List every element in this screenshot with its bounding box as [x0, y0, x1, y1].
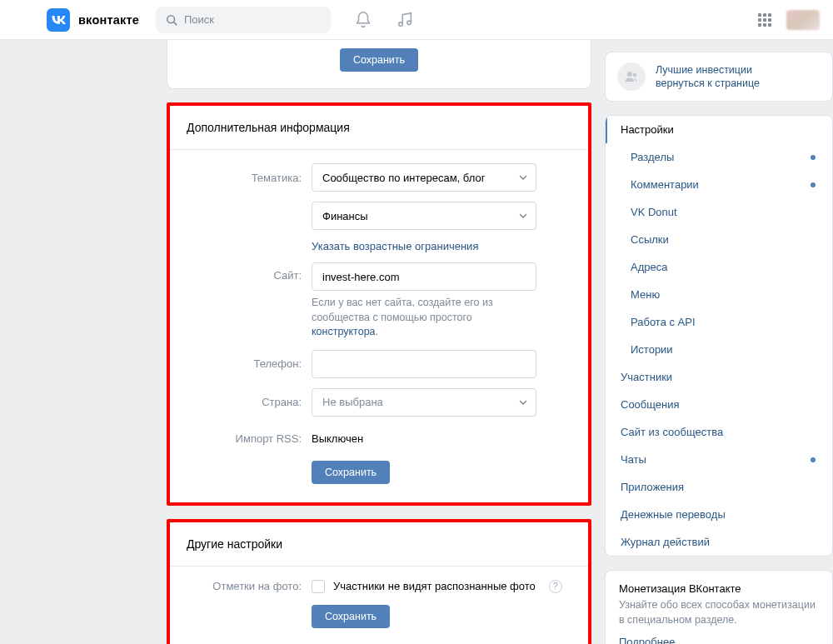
nav-item-label: Приложения [621, 481, 684, 493]
age-restriction-link[interactable]: Указать возрастные ограничения [312, 240, 478, 252]
topic-select-value: Сообщество по интересам, блог [322, 172, 485, 184]
user-avatar[interactable] [786, 10, 820, 30]
label-topic: Тематика: [187, 172, 312, 184]
app-header: вконтакте [0, 0, 833, 40]
nav-item-7[interactable]: Работа с API [606, 308, 832, 336]
chevron-down-icon [519, 400, 527, 405]
photo-marks-checkbox[interactable] [312, 580, 325, 593]
nav-item-13[interactable]: Приложения [606, 473, 832, 501]
constructor-link[interactable]: конструктора [312, 326, 376, 337]
nav-item-label: Работа с API [631, 316, 696, 328]
save-button-top[interactable]: Сохранить [340, 48, 418, 72]
nav-item-10[interactable]: Сообщения [606, 391, 832, 418]
nav-item-6[interactable]: Меню [606, 281, 832, 308]
svg-line-1 [174, 22, 177, 25]
rss-value: Выключен [312, 427, 571, 451]
settings-nav: НастройкиРазделыКомментарииVK DonutСсылк… [605, 115, 833, 557]
search-input[interactable] [184, 13, 321, 26]
notification-dot-icon [811, 155, 816, 160]
site-help-text: Если у вас нет сайта, создайте его из со… [312, 296, 536, 340]
nav-item-label: Денежные переводы [621, 508, 726, 521]
nav-item-label: Меню [631, 288, 660, 301]
nav-item-label: Адреса [631, 261, 667, 273]
other-settings-card: Другие настройки Отметки на фото: Участн… [170, 522, 588, 645]
nav-item-label: Истории [631, 343, 673, 356]
nav-item-label: Журнал действий [621, 536, 710, 548]
save-button-other[interactable]: Сохранить [312, 605, 390, 628]
logo[interactable]: вконтакте [47, 8, 139, 32]
label-rss: Импорт RSS: [187, 432, 312, 445]
monetization-title: Монетизация ВКонтакте [619, 582, 819, 595]
nav-item-8[interactable]: Истории [606, 336, 832, 363]
monetization-card: Монетизация ВКонтакте Узнайте обо всех с… [605, 570, 833, 644]
save-button-additional[interactable]: Сохранить [312, 461, 390, 484]
back-to-page-card: Лучшие инвестиции вернуться к странице [605, 52, 833, 102]
other-settings-title: Другие настройки [170, 522, 588, 567]
photo-marks-checkbox-label: Участники не видят распознанные фото [333, 580, 536, 592]
header-icons [354, 11, 414, 29]
subtopic-select[interactable]: Финансы [312, 202, 536, 230]
nav-item-label: Сообщения [621, 398, 680, 411]
nav-item-15[interactable]: Журнал действий [606, 528, 832, 556]
monetization-more-link[interactable]: Подробнее [619, 636, 675, 644]
country-select[interactable]: Не выбрана [312, 388, 536, 417]
highlight-additional-info: Дополнительная информация Тематика: Сооб… [167, 102, 591, 506]
nav-item-label: VK Donut [631, 206, 677, 218]
site-input[interactable] [312, 262, 536, 291]
help-icon[interactable]: ? [549, 580, 562, 593]
search-box[interactable] [156, 7, 331, 33]
nav-item-11[interactable]: Сайт из сообщества [606, 418, 832, 446]
music-icon[interactable] [396, 11, 414, 29]
svg-point-2 [399, 22, 403, 26]
vk-logo-icon [47, 8, 70, 32]
chevron-down-icon [519, 213, 527, 218]
previous-section-tail: Сохранить [167, 40, 591, 89]
nav-item-0[interactable]: Настройки [606, 116, 832, 143]
svg-point-4 [627, 72, 632, 77]
label-country: Страна: [187, 396, 312, 408]
nav-item-label: Участники [621, 371, 672, 383]
nav-item-label: Разделы [631, 151, 674, 163]
chevron-down-icon [519, 175, 527, 180]
additional-info-card: Дополнительная информация Тематика: Сооб… [170, 106, 588, 502]
svg-point-0 [167, 15, 175, 22]
nav-item-9[interactable]: Участники [606, 363, 832, 391]
search-icon [166, 14, 177, 26]
nav-item-label: Сайт из сообщества [621, 426, 723, 438]
label-site: Сайт: [187, 262, 312, 282]
nav-item-12[interactable]: Чаты [606, 446, 832, 473]
svg-point-3 [407, 20, 412, 24]
country-select-value: Не выбрана [322, 396, 383, 408]
back-title: Лучшие инвестиции [656, 64, 760, 76]
topic-select[interactable]: Сообщество по интересам, блог [312, 163, 536, 192]
brand-text: вконтакте [78, 13, 139, 27]
phone-input[interactable] [312, 350, 536, 378]
nav-item-label: Комментарии [631, 178, 699, 191]
nav-item-1[interactable]: Разделы [606, 143, 832, 171]
monetization-text: Узнайте обо всех способах монетизации в … [619, 598, 819, 627]
additional-info-title: Дополнительная информация [170, 106, 588, 150]
back-subtitle: вернуться к странице [656, 77, 760, 89]
nav-item-label: Ссылки [631, 233, 669, 246]
notification-dot-icon [811, 457, 816, 462]
bell-icon[interactable] [354, 11, 372, 29]
svg-point-5 [633, 73, 637, 77]
nav-item-3[interactable]: VK Donut [606, 198, 832, 226]
nav-item-14[interactable]: Денежные переводы [606, 501, 832, 528]
highlight-other-settings: Другие настройки Отметки на фото: Участн… [167, 519, 591, 645]
back-to-page-link[interactable]: Лучшие инвестиции вернуться к странице [606, 52, 832, 101]
label-phone: Телефон: [187, 357, 312, 370]
subtopic-select-value: Финансы [322, 210, 368, 222]
nav-item-label: Чаты [621, 453, 646, 466]
notification-dot-icon [811, 182, 816, 187]
nav-item-4[interactable]: Ссылки [606, 226, 832, 253]
label-photo-marks: Отметки на фото: [187, 580, 312, 592]
nav-item-5[interactable]: Адреса [606, 253, 832, 281]
nav-item-label: Настройки [621, 123, 674, 136]
services-grid-icon[interactable] [758, 13, 771, 27]
nav-item-2[interactable]: Комментарии [606, 171, 832, 198]
community-avatar-icon [617, 62, 646, 91]
